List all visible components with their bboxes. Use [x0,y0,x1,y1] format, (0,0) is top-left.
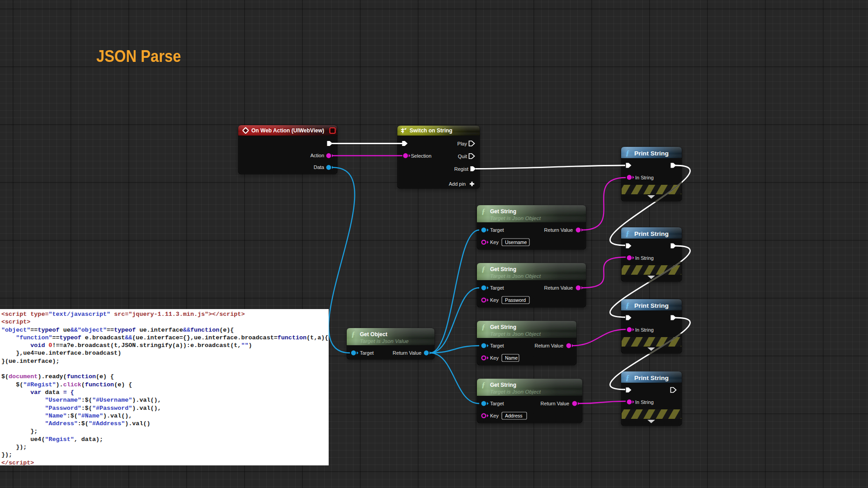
svg-text:Key: Key [490,297,499,303]
svg-text:ƒ: ƒ [481,265,486,273]
svg-text:Data: Data [314,164,325,170]
svg-text:ƒ: ƒ [626,373,629,382]
svg-text:Add pin: Add pin [449,181,466,187]
svg-text:In String: In String [635,175,654,180]
svg-text:Play: Play [458,141,467,146]
svg-text:Switch on String: Switch on String [410,127,453,134]
svg-text:Target: Target [490,401,504,406]
svg-text:Address: Address [505,413,523,418]
svg-text:Regist: Regist [454,166,468,172]
svg-text:Target is Json Object: Target is Json Object [490,331,541,337]
svg-text:Get String: Get String [490,266,516,272]
svg-text:Quit: Quit [458,154,467,159]
svg-text:Return Value: Return Value [541,401,569,406]
svg-text:Target is Json Object: Target is Json Object [490,273,541,279]
svg-text:Return Value: Return Value [393,350,421,356]
svg-text:Get String: Get String [490,208,516,215]
svg-text:Print String: Print String [634,375,669,381]
svg-text:Print String: Print String [634,231,669,237]
svg-text:Print String: Print String [634,303,669,309]
svg-text:Password: Password [505,297,526,303]
svg-text:Key: Key [490,355,499,361]
svg-text:Get String: Get String [490,324,516,330]
svg-text:Target is Json Object: Target is Json Object [490,216,541,221]
svg-text:In String: In String [635,255,654,261]
svg-text:Action: Action [310,153,324,158]
svg-text:Print String: Print String [634,150,669,157]
svg-text:Get String: Get String [490,382,516,388]
svg-text:Target: Target [490,343,504,348]
svg-text:Target is Json Value: Target is Json Value [360,338,409,344]
svg-text:Target is Json Object: Target is Json Object [490,389,541,394]
svg-text:On Web Action (UIWebView): On Web Action (UIWebView) [251,127,324,134]
svg-text:Selection: Selection [411,153,431,159]
svg-text:Name: Name [505,355,518,361]
svg-text:ƒ: ƒ [626,229,629,238]
svg-text:Target: Target [490,227,504,233]
svg-text:ƒ: ƒ [481,207,486,216]
svg-text:Key: Key [490,239,499,245]
svg-text:Username: Username [505,239,527,245]
svg-text:In String: In String [635,327,654,333]
svg-text:Target: Target [360,350,374,356]
svg-text:ƒ: ƒ [626,301,629,310]
svg-text:ƒ: ƒ [626,149,629,157]
svg-text:ƒ: ƒ [481,323,486,331]
svg-text:Target: Target [490,285,504,291]
svg-text:Return Value: Return Value [544,285,573,291]
svg-text:Return Value: Return Value [535,343,563,348]
svg-text:In String: In String [635,399,654,405]
svg-text:Return Value: Return Value [544,227,573,233]
svg-text:ƒ: ƒ [351,330,355,338]
svg-text:Key: Key [490,413,499,418]
svg-text:Get Object: Get Object [360,331,387,338]
svg-text:ƒ: ƒ [481,380,486,389]
